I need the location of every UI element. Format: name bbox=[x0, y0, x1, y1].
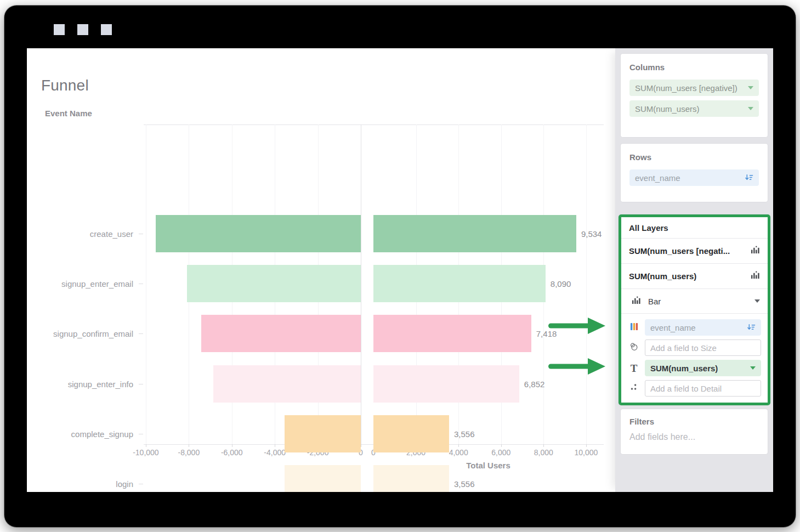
gridline bbox=[146, 124, 146, 444]
window-control-2[interactable] bbox=[77, 24, 88, 35]
bar-negative-login[interactable] bbox=[285, 465, 361, 492]
detail-icon bbox=[627, 383, 641, 393]
category-label-complete_signup[interactable]: complete_signup bbox=[27, 429, 133, 438]
x-tick-label: -8,000 bbox=[178, 448, 200, 457]
chevron-down-icon bbox=[754, 299, 760, 303]
annotation-arrow-2 bbox=[547, 356, 606, 376]
axis-tick bbox=[275, 444, 275, 447]
mark-row-2: TSUM(num_users) bbox=[627, 360, 761, 376]
axis-tick bbox=[146, 444, 146, 447]
mark-row-0: event_name bbox=[627, 319, 761, 336]
bar-negative-create_user[interactable] bbox=[156, 215, 361, 252]
x-tick-label: 10,000 bbox=[575, 448, 598, 457]
layer-row-1[interactable]: SUM(num_users) bbox=[621, 264, 768, 288]
value-label-complete_signup: 3,556 bbox=[454, 429, 475, 438]
bar-positive-signup_enter_info[interactable] bbox=[373, 365, 519, 403]
category-tick bbox=[139, 434, 143, 434]
category-label-login[interactable]: login bbox=[27, 479, 133, 489]
bar-positive-create_user[interactable] bbox=[373, 215, 576, 252]
columns-pill-1[interactable]: SUM(num_users) bbox=[629, 100, 759, 117]
chevron-down-icon bbox=[750, 366, 756, 370]
gridline bbox=[586, 124, 587, 444]
filters-shelf-title: Filters bbox=[629, 417, 759, 426]
bar-negative-signup_enter_info[interactable] bbox=[213, 365, 361, 403]
rows-shelf-card: Rows event_name bbox=[621, 144, 768, 202]
pill-label: event_name bbox=[635, 173, 680, 183]
rows-pill-0[interactable]: event_name bbox=[629, 169, 759, 186]
window-control-1[interactable] bbox=[54, 24, 65, 35]
x-tick-label: 6,000 bbox=[491, 448, 510, 457]
all-layers-card: All Layers SUM(num_users [negati...SUM(n… bbox=[619, 214, 770, 405]
color-legend-icon bbox=[630, 322, 638, 333]
bar-negative-complete_signup[interactable] bbox=[285, 415, 361, 452]
plot-panel-negative: -10,000-8,000-6,000-4,000-2,0000 bbox=[144, 124, 361, 444]
chart-title: Funnel bbox=[41, 77, 89, 94]
x-tick-label: -6,000 bbox=[221, 448, 243, 457]
x-axis-title: Total Users bbox=[373, 461, 603, 470]
mark-field-input-3[interactable] bbox=[645, 380, 761, 397]
window-titlebar bbox=[4, 5, 796, 48]
layer-name: SUM(num_users [negati... bbox=[629, 246, 730, 256]
axis-tick bbox=[361, 444, 361, 447]
category-label-signup_confirm_email[interactable]: signup_confirm_email bbox=[27, 329, 133, 338]
pill-label: SUM(num_users) bbox=[650, 364, 718, 373]
sort-descending-icon bbox=[745, 173, 753, 183]
bar-chart-icon bbox=[632, 296, 641, 307]
bar-positive-complete_signup[interactable] bbox=[373, 415, 449, 452]
bar-negative-signup_confirm_email[interactable] bbox=[201, 315, 361, 352]
color-legend-icon bbox=[627, 322, 641, 333]
layer-row-0[interactable]: SUM(num_users [negati... bbox=[621, 239, 768, 263]
chevron-down-icon bbox=[748, 107, 753, 110]
mark-type-label: Bar bbox=[648, 297, 750, 306]
mark-type-selector[interactable]: Bar bbox=[621, 289, 768, 313]
bar-chart-icon bbox=[751, 246, 760, 256]
bar-negative-signup_enter_email[interactable] bbox=[187, 265, 361, 302]
value-label-login: 3,556 bbox=[454, 479, 475, 489]
axis-tick bbox=[232, 444, 232, 447]
x-tick-label: 4,000 bbox=[449, 448, 468, 457]
x-tick-label: -10,000 bbox=[133, 448, 158, 457]
layer-name: SUM(num_users) bbox=[629, 271, 696, 281]
bar-chart-icon bbox=[629, 296, 643, 307]
axis-tick bbox=[189, 444, 189, 447]
pill-label: event_name bbox=[650, 323, 696, 332]
detail-icon bbox=[630, 383, 638, 393]
window-control-3[interactable] bbox=[101, 24, 112, 35]
shelf-panel: Columns SUM(num_users [negative])SUM(num… bbox=[615, 48, 773, 492]
plot-panel-positive: 02,0004,0006,0008,00010,0009,5348,0907,4… bbox=[373, 124, 603, 444]
category-tick bbox=[139, 333, 143, 334]
columns-pill-0[interactable]: SUM(num_users [negative]) bbox=[629, 80, 759, 96]
columns-shelf-title: Columns bbox=[629, 63, 759, 72]
columns-shelf-card: Columns SUM(num_users [negative])SUM(num… bbox=[621, 54, 768, 137]
mark-field-input-1[interactable] bbox=[645, 339, 761, 356]
value-label-signup_enter_email: 8,090 bbox=[551, 279, 571, 288]
bar-chart-icon bbox=[751, 271, 760, 281]
bar-positive-signup_enter_email[interactable] bbox=[373, 265, 546, 302]
chevron-down-icon bbox=[748, 86, 753, 89]
axis-tick bbox=[543, 444, 544, 447]
mark-row-1 bbox=[627, 339, 761, 356]
size-icon bbox=[629, 342, 638, 353]
rows-shelf-title: Rows bbox=[629, 152, 759, 162]
all-layers-title: All Layers bbox=[621, 217, 768, 238]
mark-pill-0[interactable]: event_name bbox=[645, 319, 761, 336]
category-tick bbox=[139, 234, 143, 234]
sort-descending-icon bbox=[747, 323, 756, 332]
text-icon: T bbox=[631, 363, 638, 373]
mark-row-3 bbox=[627, 380, 761, 397]
left-panel-zero-axis bbox=[361, 124, 361, 444]
filters-drop-target[interactable]: Add fields here... bbox=[629, 432, 759, 442]
bar-positive-signup_confirm_email[interactable] bbox=[373, 315, 531, 352]
category-label-create_user[interactable]: create_user bbox=[27, 229, 133, 239]
filters-shelf-card: Filters Add fields here... bbox=[621, 409, 768, 454]
mark-pill-2[interactable]: SUM(num_users) bbox=[645, 360, 761, 376]
worksheet-canvas: Funnel Event Name create_usersignup_ente… bbox=[27, 48, 615, 492]
main-content: Funnel Event Name create_usersignup_ente… bbox=[27, 48, 773, 492]
category-label-signup_enter_info[interactable]: signup_enter_info bbox=[27, 379, 133, 388]
pill-label: SUM(num_users) bbox=[635, 104, 700, 114]
axis-tick bbox=[586, 444, 587, 447]
x-tick-label: 8,000 bbox=[534, 448, 553, 457]
value-label-signup_enter_info: 6,852 bbox=[524, 379, 545, 388]
category-tick bbox=[139, 284, 143, 284]
category-label-signup_enter_email[interactable]: signup_enter_email bbox=[27, 279, 133, 288]
